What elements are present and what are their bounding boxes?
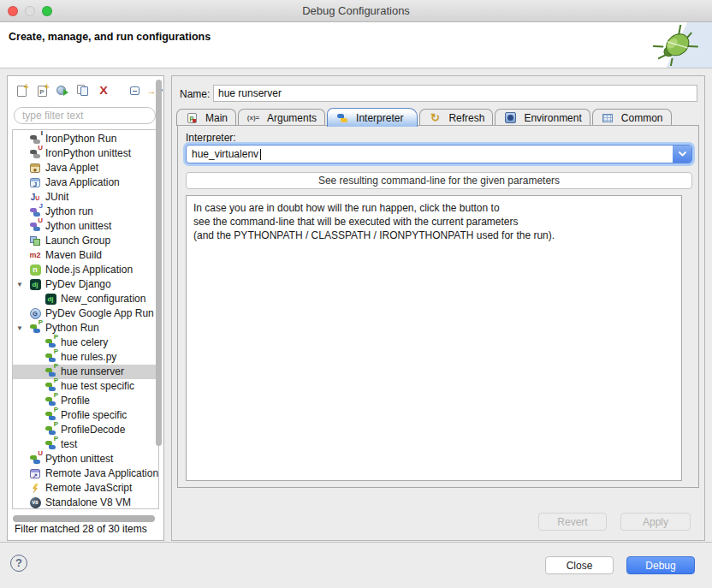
tab-main[interactable]: pMain [176, 109, 236, 126]
name-label: Name: [180, 88, 210, 100]
tree-item-jython-run[interactable]: JJython run [13, 205, 158, 219]
tab-arguments[interactable]: (x)=Arguments [238, 109, 325, 126]
minimize-window-button[interactable] [25, 6, 35, 16]
revert-button[interactable]: Revert [538, 513, 607, 531]
tab-label: Common [621, 112, 663, 124]
tab-label: Arguments [267, 112, 317, 124]
close-button[interactable]: Close [545, 556, 614, 574]
apply-button[interactable]: Apply [620, 513, 691, 531]
tree-item-profiledecode[interactable]: PProfileDecode [13, 423, 158, 437]
info-line: see the command-line that will be execut… [193, 215, 674, 229]
tree-item-standalone-v8-vm[interactable]: V8Standalone V8 VM [13, 496, 158, 509]
tree-item-new-configuration[interactable]: djNew_configuration [13, 292, 158, 306]
tab-environment[interactable]: Environment [495, 109, 590, 126]
python-unittest-icon: U [28, 454, 42, 466]
tab-label: Interpreter [356, 112, 403, 124]
tree-item-junit[interactable]: JUJUnit [13, 190, 158, 205]
interpreter-dropdown-button[interactable] [673, 146, 691, 163]
tree-item-label: test [61, 437, 77, 452]
new-config-icon: + [15, 85, 28, 97]
tree-item-label: PyDev Google App Run [45, 306, 154, 321]
tree-item-label: IronPython unittest [45, 146, 131, 161]
tree-item-java-application[interactable]: JJava Application [13, 175, 158, 190]
tree-item-node-js-application[interactable]: nNode.js Application [13, 263, 158, 277]
tree-item-python-run[interactable]: ▼PPython Run [13, 321, 158, 336]
export-configurations-button[interactable] [56, 81, 73, 100]
tree-item-label: Profile [61, 394, 90, 408]
help-button[interactable]: ? [10, 555, 27, 572]
tab-common[interactable]: Common [592, 109, 672, 126]
tree-item-profile-specific[interactable]: PProfile specific [13, 408, 158, 423]
info-line: (and the PYTHONPATH / CLASSPATH / IRONPY… [193, 229, 674, 242]
see-command-line-button[interactable]: See resulting command-line for the given… [186, 172, 692, 189]
tree-item-label: ProfileDecode [61, 423, 125, 437]
refresh-tab-icon: ↻ [428, 112, 442, 124]
delete-configuration-button[interactable]: X [97, 81, 114, 100]
tree-item-pydev-google-app-run[interactable]: GPyDev Google App Run [13, 306, 158, 321]
new-configuration-button[interactable]: + [15, 81, 32, 100]
tree-horizontal-scrollbar[interactable] [13, 515, 155, 522]
v8-icon: V8 [28, 497, 42, 509]
tree-item-profile[interactable]: PProfile [13, 394, 158, 408]
tree-item-ironpython-run[interactable]: IIronPython Run [13, 132, 158, 146]
tree-item-python-unittest[interactable]: UPython unittest [13, 452, 158, 466]
tree-item-label: Remote Java Application [45, 466, 158, 481]
tree-item-maven-build[interactable]: m2Maven Build [13, 248, 158, 263]
tab-refresh[interactable]: ↻Refresh [419, 109, 493, 126]
tree-item-hue-rules-py[interactable]: Phue rules.py [13, 350, 158, 365]
tree-item-ironpython-unittest[interactable]: UIronPython unittest [13, 146, 158, 161]
titlebar: Debug Configurations [0, 0, 712, 22]
arguments-tab-icon: (x)= [246, 112, 260, 124]
tab-interpreter[interactable]: Interpreter [327, 108, 418, 127]
tree-item-hue-runserver[interactable]: Phue runserver [13, 365, 158, 379]
tree-item-hue-celery[interactable]: Phue celery [13, 336, 158, 350]
bug-icon [637, 22, 712, 68]
tree-item-remote-java-application[interactable]: ↗Remote Java Application [13, 466, 158, 481]
close-window-button[interactable] [8, 6, 18, 16]
collapse-all-icon [128, 85, 141, 97]
common-tab-icon [601, 112, 614, 124]
ironpython-unittest-icon: U [28, 148, 42, 160]
tree-item-label: hue test specific [61, 379, 134, 394]
tab-label: Main [205, 112, 228, 124]
maven-icon: m2 [28, 250, 42, 262]
collapse-all-button[interactable] [128, 81, 145, 100]
command-line-info-box[interactable]: In case you are in doubt how will the ru… [186, 195, 682, 481]
filter-input[interactable] [14, 107, 156, 124]
tree-item-label: IronPython Run [45, 132, 116, 146]
python-config-icon: P [44, 439, 57, 451]
tree-item-label: Launch Group [45, 234, 110, 248]
remote-java-icon: ↗ [28, 468, 42, 480]
tab-label: Environment [524, 112, 581, 124]
configuration-detail-panel: Name: pMain(x)=ArgumentsInterpreter↻Refr… [171, 75, 705, 541]
interpreter-combo[interactable]: hue_virtualenv [186, 145, 692, 163]
tree-item-label: hue rules.py [61, 350, 116, 365]
tree-item-label: Java Application [45, 175, 120, 190]
remote-js-icon [28, 483, 42, 495]
configurations-tree: IIronPython RunUIronPython unittest●Java… [12, 129, 159, 509]
tree-item-label: Python unittest [45, 452, 113, 466]
interpreter-label: Interpreter: [186, 132, 236, 144]
tree-item-label: Standalone V8 VM [45, 496, 131, 509]
expander-icon[interactable]: ▼ [15, 321, 24, 336]
tree-item-pydev-django[interactable]: ▼djPyDev Django [13, 277, 158, 292]
delete-icon: X [97, 85, 110, 97]
tree-item-remote-javascript[interactable]: Remote JavaScript [13, 481, 158, 496]
duplicate-configuration-button[interactable] [76, 81, 93, 100]
django-config-icon: dj [44, 294, 57, 306]
tree-item-jython-unittest[interactable]: UJython unittest [13, 219, 158, 234]
filter-status: Filter matched 28 of 30 items [15, 523, 147, 535]
debug-button[interactable]: Debug [626, 556, 695, 574]
new-prototype-button[interactable]: P+ [35, 81, 52, 100]
zoom-window-button[interactable] [42, 6, 52, 16]
expander-icon[interactable]: ▼ [15, 277, 24, 292]
tree-item-test[interactable]: Ptest [13, 437, 158, 452]
tree-item-java-applet[interactable]: ●Java Applet [13, 161, 158, 175]
tree-item-hue-test-specific[interactable]: Phue test specific [13, 379, 158, 394]
tree-vertical-scrollbar[interactable] [156, 80, 162, 446]
name-input[interactable] [213, 85, 697, 102]
dialog-header: Create, manage, and run configurations [0, 22, 712, 68]
chevron-down-icon [679, 151, 686, 157]
python-run-icon: P [28, 323, 42, 335]
tree-item-launch-group[interactable]: Launch Group [13, 234, 158, 248]
